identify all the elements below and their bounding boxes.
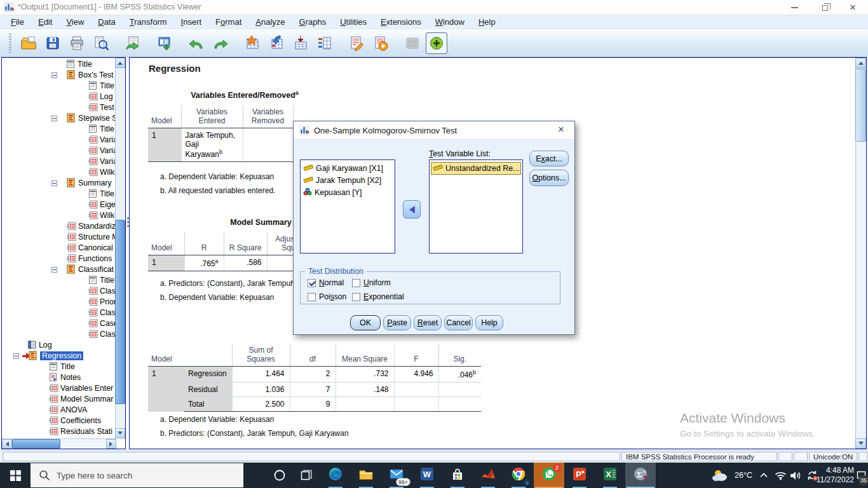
collapse-expander-icon[interactable] [51,267,57,273]
run-script-icon[interactable] [370,32,391,54]
print-preview-icon[interactable] [90,32,112,54]
taskbar-app-excel[interactable]: X [595,463,625,488]
collapse-expander-icon[interactable] [51,180,57,186]
tree-vertical-scrollbar[interactable] [115,58,125,438]
reset-button[interactable]: Reset [414,315,442,330]
open-icon[interactable] [18,32,39,54]
tree-item-test-r[interactable]: Test R [2,102,115,113]
menu-insert[interactable]: Insert [174,15,209,29]
redo-icon[interactable] [210,32,231,54]
poisson-checkbox[interactable] [308,293,316,301]
tree-item-summary[interactable]: Summary [2,178,115,189]
tree-item-coefficients[interactable]: Coefficients [2,416,115,426]
test-variable-list[interactable]: Unstandardized Re... [429,159,523,254]
tree-item-canonical[interactable]: Canonical [2,243,115,254]
tree-item-classificat[interactable]: Classificat [2,264,115,275]
start-button[interactable] [0,463,31,488]
variable-item[interactable]: Kepuasan [Y] [302,186,393,198]
menu-transform[interactable]: Transform [123,15,174,29]
transfer-variable-button[interactable] [403,200,421,219]
weather-icon[interactable] [712,463,729,488]
edit-properties-icon[interactable] [346,32,367,54]
menu-help[interactable]: Help [471,15,503,29]
tree-item-anova[interactable]: ANOVA [2,405,115,416]
menu-view[interactable]: View [59,15,91,29]
tree-item-eigen[interactable]: Eigen [2,200,115,210]
close-icon[interactable]: × [840,0,865,15]
minimize-icon[interactable] [782,0,807,15]
collapse-expander-icon[interactable] [51,116,57,121]
variable-item[interactable]: Gaji Karyawan [X1] [302,162,393,174]
paste-button[interactable]: Paste [383,315,411,330]
tree-item-title[interactable]: Title [2,275,115,286]
taskbar-app-whatsapp[interactable]: 2 [534,463,564,488]
checkbox-exponential[interactable]: Exponential [352,292,404,301]
tree-item-residuals-stati[interactable]: Residuals Stati [2,426,115,437]
checkbox-uniform[interactable]: Uniform [352,278,391,287]
tree-item-log[interactable]: Log [2,340,115,351]
insert-widget-icon[interactable] [426,32,447,54]
output-scroll-thumb[interactable] [855,69,866,142]
scroll-left-icon[interactable] [2,439,12,449]
tree-item-notes[interactable]: Notes [2,372,115,383]
recall-dialogs-icon[interactable] [122,32,144,54]
uniform-checkbox[interactable] [352,279,360,287]
save-icon[interactable] [42,32,64,54]
taskbar-app-explorer[interactable] [351,463,381,488]
tree-hscroll-thumb[interactable] [12,439,60,449]
anova-table[interactable]: Model Sum of Squares df Mean Square F Si… [148,344,481,412]
tree-item-variab[interactable]: Variab [2,146,115,156]
tree-item-class[interactable]: Class [2,329,115,340]
menu-window[interactable]: Window [428,15,471,29]
tree-item-prior-f[interactable]: Prior F [2,297,115,308]
tree-item-variab[interactable]: Variab [2,135,115,146]
collapse-expander-icon[interactable] [51,72,57,78]
ok-button[interactable]: OK [350,315,381,330]
temperature-label[interactable]: 26°C [735,463,752,488]
options-button[interactable]: Options... [529,170,569,186]
volume-icon[interactable] [790,463,802,488]
menu-data[interactable]: Data [91,15,122,29]
tree-item-wilks-[interactable]: Wilks' [2,210,115,221]
tree-item-title[interactable]: Title [2,81,115,92]
tree-item-standardiz[interactable]: Standardiz [2,221,115,232]
test-variable-item[interactable]: Unstandardized Re... [431,162,521,175]
tree-item-regression[interactable]: Regression [2,351,115,362]
tree-item-casew[interactable]: Casew [2,318,115,329]
scroll-up-icon[interactable] [115,58,125,68]
source-variable-list[interactable]: Gaji Karyawan [X1]Jarak Tempuh [X2]Kepua… [300,159,395,254]
tree-item-variables-enter[interactable]: Variables Enter [2,383,115,394]
tray-expand-icon[interactable] [759,463,769,488]
variables-icon[interactable] [290,32,311,54]
tree-horizontal-scrollbar[interactable] [2,438,116,449]
tree-item-title[interactable]: Title [2,362,115,372]
restore-icon[interactable] [812,0,837,15]
variable-item[interactable]: Jarak Tempuh [X2] [302,174,393,186]
checkbox-poisson[interactable]: Poisson [308,292,346,301]
exact-button[interactable]: Exact... [529,151,569,166]
menu-format[interactable]: Format [208,15,248,29]
print-icon[interactable] [66,32,88,54]
scroll-down-icon[interactable] [855,438,866,449]
tree-item-box-s-test[interactable]: Box's Test [2,70,115,81]
menu-analyze[interactable]: Analyze [248,15,292,29]
search-input[interactable]: Type here to search [31,463,243,487]
menu-graphs[interactable]: Graphs [292,15,334,29]
menu-extensions[interactable]: Extensions [374,15,428,29]
value-labels-icon[interactable] [314,32,336,54]
tree-item-structure-m[interactable]: Structure M [2,232,115,243]
scroll-right-icon[interactable] [106,439,116,449]
tree-item-class[interactable]: Class [2,286,115,297]
tree-item-title[interactable]: Title [2,189,115,200]
dialog-title-bar[interactable]: One-Sample Kolmogorov-Smirnov Test × [294,121,574,140]
scroll-down-icon[interactable] [115,428,125,438]
tree-item-stepwise-s[interactable]: Stepwise S [2,113,115,124]
tree-item-log-d[interactable]: Log D [2,92,115,102]
taskbar-app-chrome[interactable]: c [503,463,534,488]
tree-item-variab[interactable]: Variab [2,156,115,167]
goto-case-icon[interactable] [266,32,287,54]
taskbar-app-matlab[interactable] [473,463,503,488]
cancel-button[interactable]: Cancel [444,315,473,330]
goto-data-icon[interactable] [241,32,263,54]
menu-utilities[interactable]: Utilities [333,15,374,29]
